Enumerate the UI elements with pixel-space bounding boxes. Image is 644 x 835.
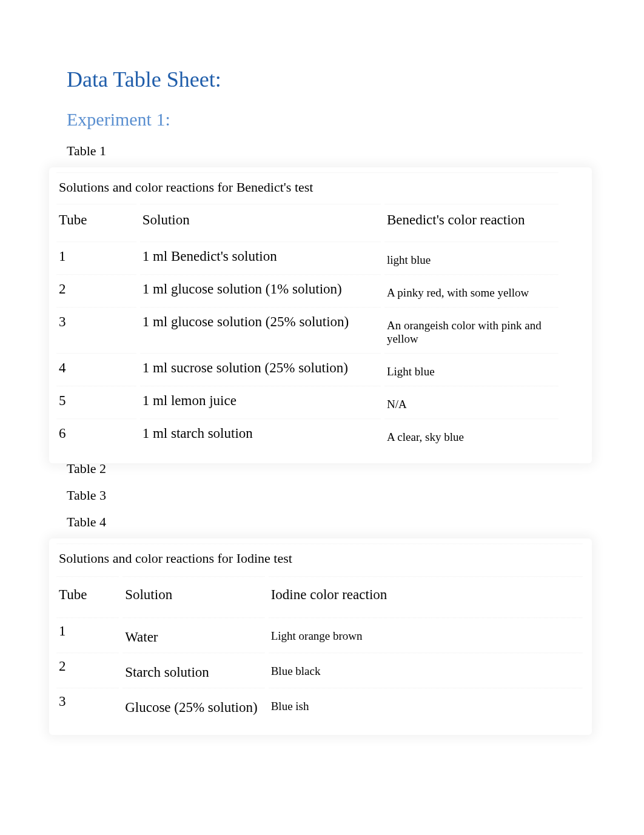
table4-container: Solutions and color reactions for Iodine… <box>52 541 589 733</box>
solution-cell: 1 ml sucrose solution (25% solution) <box>140 354 381 384</box>
table1-label: Table 1 <box>67 143 589 159</box>
table4-header-tube: Tube <box>56 577 119 616</box>
iodine-table: Solutions and color reactions for Iodine… <box>53 542 586 724</box>
tube-number: 2 <box>56 654 119 686</box>
table4-label: Table 4 <box>67 514 589 530</box>
tube-number: 5 <box>56 387 136 417</box>
tube-number: 2 <box>56 275 136 306</box>
benedicts-table: Solutions and color reactions for Benedi… <box>53 171 562 452</box>
table4-caption: Solutions and color reactions for Iodine… <box>56 545 583 575</box>
table-row: 1 1 ml Benedict's solution light blue <box>56 243 558 273</box>
reaction-cell: N/A <box>384 387 558 417</box>
tube-number: 1 <box>56 619 119 651</box>
reaction-cell: A pinky red, with some yellow <box>384 275 558 306</box>
table1-header-tube: Tube <box>56 205 136 240</box>
table2-label: Table 2 <box>67 461 589 477</box>
reaction-cell: Light orange brown <box>269 619 583 651</box>
reaction-cell: Blue ish <box>269 689 583 722</box>
solution-cell: 1 ml lemon juice <box>140 387 381 417</box>
table-row: 1 Water Light orange brown <box>56 619 583 651</box>
tube-number: 4 <box>56 354 136 384</box>
reaction-cell: Blue black <box>269 654 583 686</box>
table-row: 3 Glucose (25% solution) Blue ish <box>56 689 583 722</box>
table-row: 5 1 ml lemon juice N/A <box>56 387 558 417</box>
solution-cell: 1 ml starch solution <box>140 420 381 450</box>
reaction-cell: A clear, sky blue <box>384 420 558 450</box>
table1-header-reaction: Benedict's color reaction <box>384 205 558 240</box>
document-content: Data Table Sheet: Experiment 1: Table 1 … <box>55 67 589 733</box>
table4-header-solution: Solution <box>122 577 265 616</box>
solution-cell: Water <box>122 619 265 651</box>
table-row: 2 Starch solution Blue black <box>56 654 583 686</box>
reaction-cell: light blue <box>384 243 558 273</box>
reaction-cell: An orangeish color with pink and yellow <box>384 308 558 352</box>
table4-header-reaction: Iodine color reaction <box>269 577 583 616</box>
solution-cell: Starch solution <box>122 654 265 686</box>
tube-number: 6 <box>56 420 136 450</box>
table3-label: Table 3 <box>67 488 589 503</box>
table1-container: Solutions and color reactions for Benedi… <box>52 170 589 461</box>
solution-cell: 1 ml glucose solution (25% solution) <box>140 308 381 352</box>
table-row: 6 1 ml starch solution A clear, sky blue <box>56 420 558 450</box>
tube-number: 3 <box>56 689 119 722</box>
table-row: 3 1 ml glucose solution (25% solution) A… <box>56 308 558 352</box>
table-row: 2 1 ml glucose solution (1% solution) A … <box>56 275 558 306</box>
solution-cell: 1 ml Benedict's solution <box>140 243 381 273</box>
table1-caption: Solutions and color reactions for Benedi… <box>56 173 558 203</box>
table-row: 4 1 ml sucrose solution (25% solution) L… <box>56 354 558 384</box>
page-title: Data Table Sheet: <box>67 67 589 92</box>
experiment-heading: Experiment 1: <box>67 109 589 130</box>
tube-number: 1 <box>56 243 136 273</box>
solution-cell: 1 ml glucose solution (1% solution) <box>140 275 381 306</box>
table1-header-solution: Solution <box>140 205 381 240</box>
tube-number: 3 <box>56 308 136 352</box>
reaction-cell: Light blue <box>384 354 558 384</box>
solution-cell: Glucose (25% solution) <box>122 689 265 722</box>
